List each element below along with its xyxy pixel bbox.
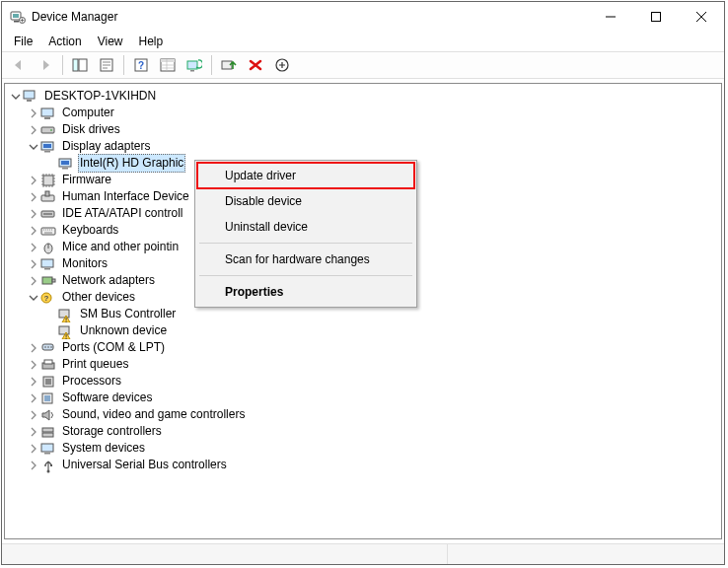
context-scan-hardware[interactable]: Scan for hardware changes [197, 247, 414, 272]
tree-label: Intel(R) HD Graphic [78, 154, 185, 173]
svg-point-46 [44, 346, 46, 348]
nav-back-button[interactable] [6, 53, 32, 77]
minimize-button[interactable] [588, 2, 633, 32]
svg-rect-20 [41, 127, 54, 133]
storage-controller-icon [40, 424, 56, 440]
menu-action[interactable]: Action [40, 33, 89, 50]
context-uninstall-device[interactable]: Uninstall device [197, 214, 414, 240]
expand-icon[interactable] [27, 207, 40, 221]
svg-rect-1 [13, 14, 19, 18]
tree-label: Sound, video and game controllers [60, 406, 247, 423]
expand-icon[interactable] [27, 257, 40, 271]
computer-category-icon [40, 106, 56, 121]
expand-icon[interactable] [27, 375, 40, 389]
tree-item-display-adapters[interactable]: Display adapters [5, 138, 721, 155]
svg-text:!: ! [65, 316, 67, 322]
expand-icon[interactable] [27, 123, 40, 137]
mouse-icon [40, 240, 56, 255]
svg-rect-57 [41, 444, 53, 452]
expand-icon[interactable] [27, 425, 40, 439]
expand-icon[interactable] [27, 358, 40, 372]
nav-forward-button[interactable] [33, 53, 58, 77]
svg-rect-38 [52, 279, 55, 282]
tree-label: Storage controllers [60, 423, 164, 440]
tree-item-unknown-device[interactable]: ! Unknown device [5, 322, 721, 339]
svg-rect-5 [73, 59, 78, 71]
collapse-icon[interactable] [9, 90, 23, 104]
expand-icon[interactable] [27, 241, 40, 254]
software-device-icon [40, 390, 56, 406]
tree-label: Network adapters [60, 272, 157, 289]
context-disable-device[interactable]: Disable device [197, 188, 414, 214]
expand-icon[interactable] [27, 224, 40, 238]
system-device-icon [40, 441, 56, 457]
svg-rect-27 [62, 168, 68, 170]
keyboard-icon [40, 223, 56, 239]
add-legacy-hardware-button[interactable] [269, 53, 295, 77]
svg-rect-2 [14, 21, 19, 23]
expand-icon[interactable] [27, 106, 40, 120]
show-hide-tree-button[interactable] [67, 53, 93, 77]
tree-label: DESKTOP-1VKIHDN [42, 88, 158, 105]
device-tree[interactable]: DESKTOP-1VKIHDN Computer Disk drives Dis… [4, 83, 722, 539]
tree-item-software-devices[interactable]: Software devices [5, 390, 721, 406]
context-separator [199, 243, 412, 244]
tree-item-usb[interactable]: Universal Serial Bus controllers [5, 457, 721, 473]
tree-label: SM Bus Controller [78, 306, 178, 322]
tree-label: Other devices [60, 289, 137, 306]
status-pane [2, 544, 448, 564]
svg-rect-18 [41, 108, 53, 116]
tree-label: Monitors [60, 255, 109, 272]
menu-help[interactable]: Help [131, 33, 172, 50]
scan-hardware-button[interactable] [182, 53, 207, 77]
expand-icon[interactable] [27, 442, 40, 456]
tree-item-computer[interactable]: Computer [5, 105, 721, 121]
tree-label: Disk drives [60, 121, 122, 138]
help-button[interactable]: ? [128, 53, 154, 77]
expand-icon[interactable] [27, 174, 40, 187]
collapse-icon[interactable] [27, 291, 40, 305]
svg-rect-56 [42, 433, 53, 437]
collapse-icon[interactable] [27, 140, 40, 154]
svg-rect-33 [41, 228, 55, 235]
tree-item-storage[interactable]: Storage controllers [5, 423, 721, 440]
menu-view[interactable]: View [90, 33, 131, 50]
expand-icon[interactable] [27, 391, 40, 405]
menu-file[interactable]: File [6, 33, 40, 50]
expand-icon[interactable] [27, 459, 40, 472]
tree-item-sound[interactable]: Sound, video and game controllers [5, 406, 721, 423]
tree-item-disk-drives[interactable]: Disk drives [5, 121, 721, 138]
svg-rect-12 [187, 61, 197, 69]
expand-icon[interactable] [27, 408, 40, 422]
properties-sheet-button[interactable] [94, 53, 119, 77]
menubar: File Action View Help [2, 32, 724, 51]
detail-view-button[interactable] [155, 53, 181, 77]
context-properties[interactable]: Properties [197, 279, 414, 305]
tree-item-processors[interactable]: Processors [5, 373, 721, 390]
disk-drive-icon [40, 122, 56, 138]
tree-item-print-queues[interactable]: Print queues [5, 356, 721, 373]
svg-text:!: ! [65, 332, 67, 339]
expand-icon[interactable] [27, 274, 40, 288]
warning-device-icon: ! [58, 307, 74, 322]
tree-root[interactable]: DESKTOP-1VKIHDN [5, 88, 721, 105]
toolbar-separator [62, 55, 63, 75]
svg-rect-19 [44, 117, 50, 119]
uninstall-device-button[interactable] [243, 53, 268, 77]
expand-icon[interactable] [27, 341, 40, 355]
maximize-button[interactable] [633, 2, 679, 32]
titlebar[interactable]: Device Manager [2, 2, 724, 32]
expand-icon[interactable] [27, 190, 40, 204]
svg-point-21 [50, 129, 52, 131]
tree-label: System devices [60, 440, 147, 457]
window-frame: Device Manager File Action View Help [1, 1, 725, 565]
close-button[interactable] [679, 2, 724, 32]
svg-rect-13 [190, 70, 194, 72]
tree-item-sm-bus[interactable]: ! SM Bus Controller [5, 306, 721, 322]
tree-item-system[interactable]: System devices [5, 440, 721, 457]
context-update-driver[interactable]: Update driver [197, 163, 414, 188]
update-driver-button[interactable] [216, 53, 242, 77]
svg-rect-4 [652, 13, 661, 22]
status-pane [448, 544, 724, 564]
tree-item-ports[interactable]: Ports (COM & LPT) [5, 339, 721, 356]
